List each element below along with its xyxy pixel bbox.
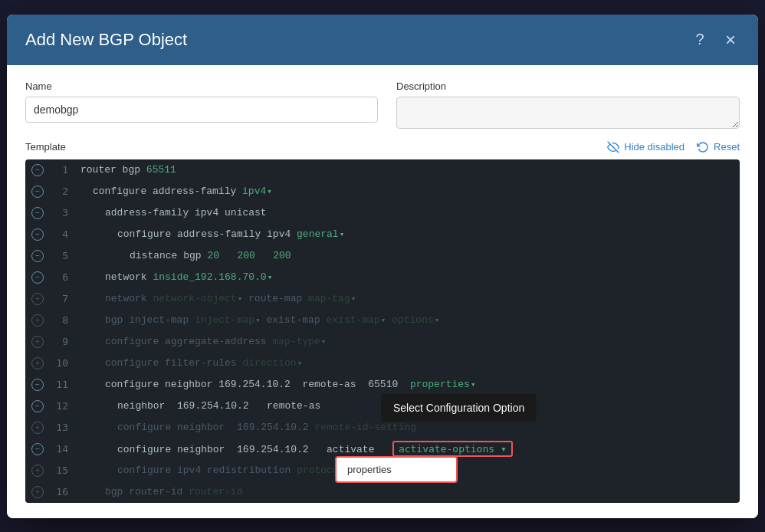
line-number-16: 16 [50,486,74,498]
minus-icon-5[interactable]: − [31,250,44,262]
minus-icon-2[interactable]: − [31,186,44,198]
line-9-text: configure aggregate-address [105,336,272,347]
hide-disabled-label: Hide disabled [624,141,685,153]
name-group: Name [25,80,378,129]
reset-icon [697,141,709,153]
plus-icon-10[interactable]: + [31,357,44,369]
line-8-options: options [386,314,433,326]
modal-header-icons: ? × [691,31,740,49]
line-number-5: 5 [50,250,74,261]
line-8-text: bgp inject-map [105,314,195,326]
line-content-16: bgp router-id router-id [74,486,740,498]
eye-off-icon [607,141,619,153]
line-number-11: 11 [50,379,74,390]
form-row: Name Description [25,80,740,129]
desc-input[interactable] [396,97,740,129]
minus-icon-1[interactable]: − [31,164,44,176]
code-line-8: + 8 bgp inject-map inject-map▾ exist-map… [25,310,740,331]
line-7-rest: route-map [242,293,308,304]
desc-label: Description [396,80,740,92]
line-content-5: distance bgp 20 200 200 [74,250,740,261]
line-content-3: address-family ipv4 unicast [74,207,740,218]
activate-options-dropdown[interactable]: activate-options ▾ [392,441,513,457]
line-15-toggle[interactable]: + [25,465,50,477]
name-label: Name [25,80,378,92]
line-number-10: 10 [50,357,74,369]
modal-body: Name Description Template Hide disabled [7,65,758,518]
code-line-16: + 16 bgp router-id router-id [25,481,740,503]
reset-button[interactable]: Reset [697,141,740,153]
plus-icon-15[interactable]: + [31,465,44,477]
minus-icon-14[interactable]: − [31,443,44,455]
line-2-highlight: ipv4 [242,186,266,197]
line-3-toggle[interactable]: − [25,207,50,219]
name-input[interactable] [25,97,378,123]
line-number-14: 14 [50,443,74,455]
line-number-6: 6 [50,271,74,283]
line-11-h1: properties [410,379,470,390]
plus-icon-9[interactable]: + [31,336,44,348]
line-4-toggle[interactable]: − [25,228,50,241]
line-content-12: neighbor 169.254.10.2 remote-as Select C… [74,400,740,412]
line-content-4: configure address-family ipv4 general▾ [74,228,740,240]
line-number-4: 4 [50,228,74,240]
line-8-h1: inject-map [195,314,254,326]
line-11-text: configure neighbor 169.254.10.2 remote-a… [105,379,410,390]
line-number-3: 3 [50,207,74,218]
minus-icon-4[interactable]: − [31,228,44,241]
line-12-toggle[interactable]: − [25,400,50,412]
code-line-11: − 11 configure neighbor 169.254.10.2 rem… [25,374,740,396]
line-number-2: 2 [50,186,74,197]
line-8-toggle[interactable]: + [25,314,50,327]
plus-icon-8[interactable]: + [31,314,44,327]
line-number-9: 9 [50,336,74,347]
line-3-text: address-family ipv4 unicast [105,207,267,218]
line-14-text: configure neighbor 169.254.10.2 activate [117,444,386,455]
line-number-13: 13 [50,422,74,433]
close-icon[interactable]: × [721,31,740,49]
code-editor: − 1 router bgp 65511 − 2 configure addre… [25,159,740,503]
line-content-13: configure neighbor 169.254.10.2 remote-i… [74,422,740,433]
line-10-toggle[interactable]: + [25,357,50,369]
minus-icon-11[interactable]: − [31,379,44,391]
line-number-15: 15 [50,465,74,476]
dropdown-option-properties[interactable]: properties [337,458,456,481]
line-14-toggle[interactable]: − [25,443,50,455]
line-16-toggle[interactable]: + [25,486,50,498]
line-1-toggle[interactable]: − [25,164,50,176]
line-5-toggle[interactable]: − [25,250,50,262]
plus-icon-7[interactable]: + [31,293,44,305]
help-icon[interactable]: ? [691,31,709,49]
line-10-text: configure filter-rules [105,357,242,369]
line-9-toggle[interactable]: + [25,336,50,348]
line-6-toggle[interactable]: − [25,271,50,284]
minus-icon-6[interactable]: − [31,271,44,284]
hide-disabled-button[interactable]: Hide disabled [607,141,685,153]
line-5-highlight: 20 200 200 [207,250,291,261]
line-15-text: configure ipv4 redistribution [117,465,297,476]
line-content-2: configure address-family ipv4▾ [74,186,740,197]
code-line-9: + 9 configure aggregate-address map-type… [25,331,740,353]
minus-icon-3[interactable]: − [31,207,44,219]
desc-group: Description [396,80,740,129]
line-2-text: configure address-family [93,186,242,197]
plus-icon-16[interactable]: + [31,486,44,498]
line-2-toggle[interactable]: − [25,186,50,198]
line-7-toggle[interactable]: + [25,293,50,305]
code-line-10: + 10 configure filter-rules direction▾ [25,353,740,374]
line-content-11: configure neighbor 169.254.10.2 remote-a… [74,379,740,390]
line-7-h2: map-tag [308,293,350,304]
code-line-4: − 4 configure address-family ipv4 genera… [25,224,740,245]
line-11-toggle[interactable]: − [25,379,50,391]
line-4-highlight: general [297,228,339,240]
line-16-text: bgp router-id [105,486,189,498]
code-line-1: − 1 router bgp 65511 [25,159,740,181]
plus-icon-13[interactable]: + [31,422,44,434]
line-13-toggle[interactable]: + [25,422,50,434]
modal-title: Add New BGP Object [25,30,187,50]
minus-icon-12[interactable]: − [31,400,44,412]
template-label: Template [25,141,66,153]
code-line-5: − 5 distance bgp 20 200 200 [25,245,740,267]
line-12-text: neighbor 169.254.10.2 remote-as [117,400,320,412]
line-6-highlight: inside_192.168.70.0 [153,271,266,283]
